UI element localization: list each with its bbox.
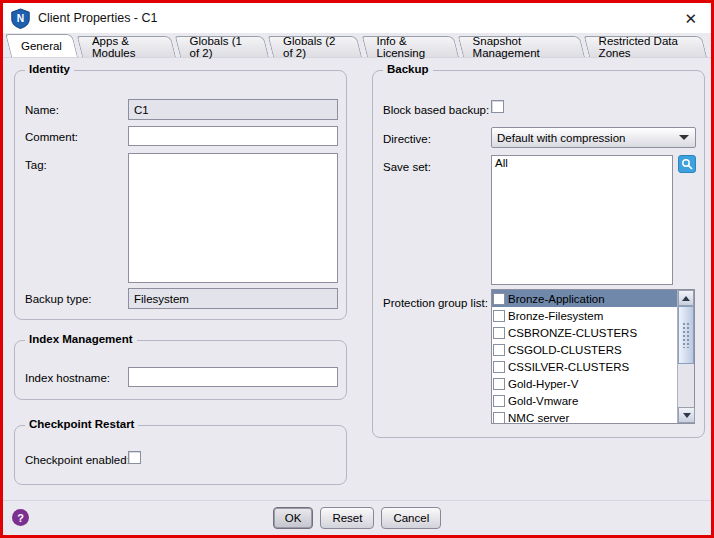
item-checkbox[interactable]	[493, 378, 505, 390]
save-set-label: Save set:	[383, 161, 431, 173]
item-checkbox[interactable]	[493, 412, 505, 424]
comment-input[interactable]	[128, 126, 338, 146]
item-checkbox[interactable]	[493, 310, 505, 322]
name-label: Name:	[25, 104, 59, 116]
backup-type-field: Filesystem	[128, 288, 338, 309]
tab-globals-1[interactable]: Globals (1 of 2)	[180, 36, 269, 57]
tag-textarea[interactable]	[128, 153, 338, 283]
list-item[interactable]: Bronze-Filesystem	[492, 307, 677, 324]
identity-group-title: Identity	[25, 63, 74, 75]
list-item[interactable]: CSGOLD-CLUSTERS	[492, 341, 677, 358]
scroll-thumb[interactable]	[678, 306, 694, 364]
cancel-button[interactable]: Cancel	[381, 507, 441, 529]
client-properties-window: N Client Properties - C1 ✕ General Apps …	[0, 0, 714, 538]
list-item[interactable]: NMC server	[492, 409, 677, 423]
networker-shield-icon: N	[11, 8, 30, 29]
identity-group: Identity Name: C1 Comment: Tag: Backup t…	[14, 70, 347, 320]
tab-globals-2[interactable]: Globals (2 of 2)	[273, 36, 362, 57]
general-tab-panel: Identity Name: C1 Comment: Tag: Backup t…	[3, 58, 711, 500]
scroll-down-button[interactable]	[678, 407, 695, 423]
checkpoint-enabled-label: Checkpoint enabled:	[25, 454, 130, 466]
index-hostname-input[interactable]	[128, 367, 338, 387]
tab-general[interactable]: General	[11, 34, 78, 57]
ok-button[interactable]: OK	[273, 507, 314, 529]
name-field: C1	[128, 99, 338, 120]
footer-bar: ? OK Reset Cancel	[3, 500, 711, 535]
item-checkbox[interactable]	[493, 361, 505, 373]
list-item[interactable]: CSBRONZE-CLUSTERS	[492, 324, 677, 341]
tab-info-licensing[interactable]: Info & Licensing	[367, 36, 459, 57]
index-management-group: Index Management Index hostname:	[14, 340, 347, 400]
protection-group-list-label: Protection group list:	[383, 297, 488, 309]
arrow-down-icon	[683, 413, 691, 418]
list-item[interactable]: Gold-Hyper-V	[492, 375, 677, 392]
tab-apps-modules[interactable]: Apps & Modules	[82, 36, 176, 57]
backup-group: Backup Block based backup: Directive: De…	[372, 70, 705, 438]
window-title: Client Properties - C1	[38, 11, 158, 25]
checkpoint-enabled-checkbox[interactable]	[128, 451, 141, 464]
list-scrollbar[interactable]	[677, 290, 694, 423]
reset-button[interactable]: Reset	[320, 507, 374, 529]
item-checkbox[interactable]	[493, 344, 505, 356]
magnifier-icon	[681, 158, 693, 170]
item-checkbox[interactable]	[493, 327, 505, 339]
tab-snapshot-management[interactable]: Snapshot Management	[463, 36, 585, 57]
protection-group-list[interactable]: Bronze-Application Bronze-Filesystem CSB…	[491, 289, 695, 424]
backup-group-title: Backup	[383, 63, 433, 75]
save-set-textarea[interactable]: All	[491, 155, 673, 285]
scroll-up-button[interactable]	[678, 290, 694, 306]
item-checkbox[interactable]	[493, 395, 505, 407]
directive-selected-value: Default with compression	[497, 132, 625, 144]
tag-label: Tag:	[25, 159, 47, 171]
chevron-down-icon	[679, 135, 689, 140]
svg-text:N: N	[17, 13, 24, 24]
list-item[interactable]: Gold-Vmware	[492, 392, 677, 409]
block-based-backup-checkbox[interactable]	[491, 100, 504, 113]
directive-label: Directive:	[383, 133, 431, 145]
protection-group-items: Bronze-Application Bronze-Filesystem CSB…	[492, 290, 677, 423]
comment-label: Comment:	[25, 131, 78, 143]
checkpoint-restart-group: Checkpoint Restart Checkpoint enabled:	[14, 425, 347, 485]
backup-type-label: Backup type:	[25, 293, 91, 305]
item-checkbox[interactable]	[493, 293, 505, 305]
thumb-grip-icon	[682, 322, 691, 348]
list-item[interactable]: Bronze-Application	[492, 290, 677, 307]
arrow-up-icon	[682, 296, 690, 301]
block-based-backup-label: Block based backup:	[383, 104, 489, 116]
index-hostname-label: Index hostname:	[25, 372, 110, 384]
save-set-browse-button[interactable]	[678, 155, 696, 173]
directive-select[interactable]: Default with compression	[491, 127, 696, 148]
list-item[interactable]: CSSILVER-CLUSTERS	[492, 358, 677, 375]
tab-restricted-data-zones[interactable]: Restricted Data Zones	[589, 36, 707, 57]
tab-bar: General Apps & Modules Globals (1 of 2) …	[3, 33, 711, 58]
close-icon[interactable]: ✕	[680, 9, 701, 28]
checkpoint-restart-group-title: Checkpoint Restart	[25, 418, 138, 430]
index-management-group-title: Index Management	[25, 333, 137, 345]
title-bar: N Client Properties - C1 ✕	[3, 3, 711, 33]
help-icon[interactable]: ?	[12, 509, 29, 526]
